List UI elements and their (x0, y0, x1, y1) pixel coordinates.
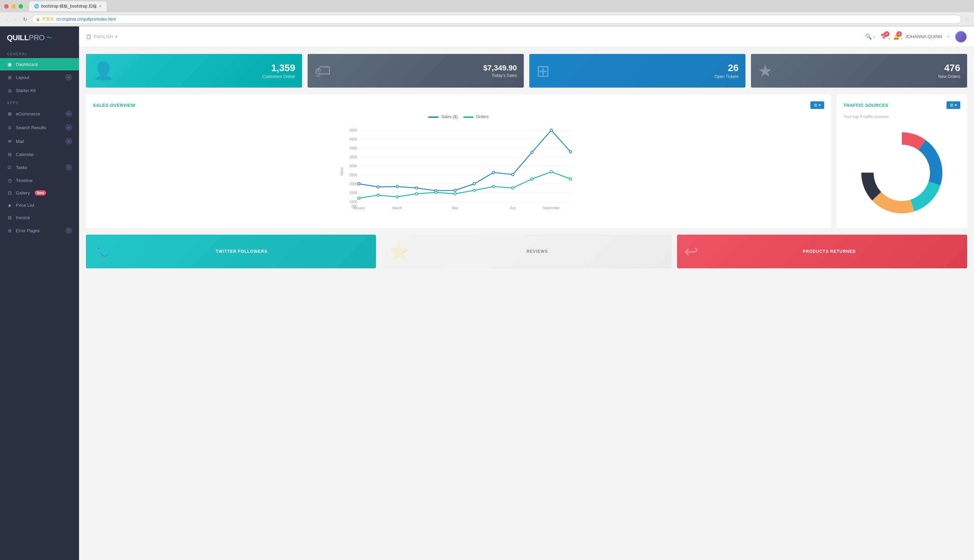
sidebar-label-starter-kit: Starter Kit (16, 88, 36, 93)
tab-favicon: 🌐 (34, 4, 39, 8)
sidebar-item-left: ⊘ Error Pages (7, 228, 40, 233)
calendar-button[interactable]: 📅 6 ▾ (881, 33, 887, 40)
back-button[interactable]: ‹ (4, 15, 10, 23)
reload-button[interactable]: ↻ (21, 15, 29, 23)
sidebar-item-error-pages[interactable]: ⊘ Error Pages + (0, 224, 79, 237)
svg-point-31 (358, 197, 360, 200)
minimize-dot[interactable] (11, 4, 16, 8)
customers-label: Customers Online (262, 74, 295, 79)
tab-close-button[interactable]: ✕ (98, 4, 102, 8)
chart-menu-dropdown-icon: ▾ (819, 103, 821, 108)
legend-orders: Orders (463, 114, 489, 119)
sidebar-label-layout: Layout (16, 75, 29, 80)
close-dot[interactable] (4, 4, 8, 8)
traffic-chart-menu-button[interactable]: ⊞ ▾ (947, 102, 960, 109)
products-returned-label: PRODUCTS RETURNED (698, 249, 960, 254)
bottom-card-reviews[interactable]: ⭐ REVIEWS (382, 235, 672, 268)
stat-card-tickets[interactable]: ⊞ 26 Open Tickets (529, 54, 746, 88)
search-results-plus-button[interactable]: + (65, 124, 72, 131)
sidebar-item-tasks[interactable]: ☑ Tasks + (0, 160, 79, 174)
sidebar-label-timeline: Timeline (16, 178, 33, 183)
svg-point-40 (531, 178, 534, 180)
stat-card-sales[interactable]: 🏷 $7,349.90 Today's Sales (308, 54, 524, 88)
svg-point-37 (473, 189, 476, 192)
svg-point-22 (415, 187, 418, 189)
tickets-info: 26 Open Tickets (714, 63, 739, 79)
svg-text:4000: 4000 (350, 147, 357, 150)
stat-cards: 👤 1,359 Customers Online 🏷 $7,349.90 Tod… (86, 54, 967, 88)
customers-icon: 👤 (93, 61, 114, 81)
bookmark-star-icon[interactable]: ☆ (966, 17, 970, 22)
sidebar-item-left: ⊟ Invoice (7, 215, 30, 220)
browser-nav: ‹ › ↻ 🔒 不安全 cn.inspinia.cn/quillpro/inde… (0, 12, 974, 26)
layout-plus-button[interactable]: + (65, 74, 72, 81)
bottom-card-products-returned[interactable]: ↩ PRODUCTS RETURNED (677, 235, 967, 268)
user-avatar[interactable] (955, 30, 967, 43)
svg-text:1000: 1000 (350, 200, 357, 204)
browser-chrome: 🌐 bootstrap 模板_bootstrap 后端 ✕ ‹ › ↻ 🔒 不安… (0, 0, 974, 27)
sidebar-item-left: ⊡ Gallery New (7, 190, 46, 195)
sidebar-item-invoice[interactable]: ⊟ Invoice (0, 211, 79, 224)
notifications-dropdown-icon: ▾ (901, 37, 902, 40)
sidebar-item-left: ☑ Tasks (7, 165, 27, 170)
invoice-icon: ⊟ (7, 215, 12, 220)
products-returned-icon: ↩ (684, 242, 698, 262)
user-name[interactable]: JOHANNA QUINN (905, 34, 942, 39)
sidebar-item-left: ◷ Timeline (7, 178, 33, 183)
sidebar-item-layout[interactable]: ⊞ Layout + (0, 70, 79, 84)
sidebar-logo: QUILLPRO 〜 (0, 27, 79, 48)
svg-text:March: March (392, 206, 402, 210)
svg-point-33 (396, 196, 399, 198)
sidebar-item-gallery[interactable]: ⊡ Gallery New (0, 187, 79, 199)
stat-card-customers[interactable]: 👤 1,359 Customers Online (86, 54, 302, 88)
sidebar-item-starter-kit[interactable]: ◎ Starter Kit (0, 84, 79, 97)
traffic-chart-header: TRAFFIC SOURCES ⊞ ▾ (843, 102, 960, 109)
mail-plus-button[interactable]: + (65, 138, 72, 145)
orders-value: 476 (938, 63, 960, 73)
ecommerce-plus-button[interactable]: + (65, 110, 72, 117)
error-pages-plus-button[interactable]: + (65, 227, 72, 234)
dashboard-icon: ▣ (7, 62, 12, 67)
top-header: 📋 ENGLISH ▾ 🔍 ▾ 📅 6 ▾ 🔔 4 ▾ (79, 27, 974, 47)
notifications-badge: 4 (896, 31, 902, 37)
sales-overview-card: SALES OVERVIEW ⊞ ▾ Sales ($) (86, 95, 831, 228)
traffic-sources-card: TRAFFIC SOURCES ⊞ ▾ Your top 5 traffic s… (837, 95, 967, 228)
search-results-icon: ⊙ (7, 125, 12, 130)
sidebar-item-price-list[interactable]: ◈ Price List (0, 199, 79, 211)
sidebar-label-search-results: Search Results (16, 125, 46, 130)
sidebar-item-calendar[interactable]: ⊟ Calendar (0, 148, 79, 160)
svg-text:5000: 5000 (350, 128, 357, 132)
sidebar-item-ecommerce[interactable]: ⊠ eCommerce + (0, 107, 79, 121)
tasks-plus-button[interactable]: + (65, 164, 72, 171)
maximize-dot[interactable] (18, 4, 23, 8)
sales-chart-header: SALES OVERVIEW ⊞ ▾ (93, 102, 824, 109)
search-button[interactable]: 🔍 ▾ (865, 33, 875, 40)
sales-chart-title: SALES OVERVIEW (93, 103, 135, 108)
sidebar-label-error-pages: Error Pages (16, 228, 40, 233)
sidebar-item-mail[interactable]: ✉ Mail + (0, 134, 79, 148)
browser-tab[interactable]: 🌐 bootstrap 模板_bootstrap 后端 ✕ (29, 2, 107, 11)
address-bar[interactable]: 🔒 不安全 cn.inspinia.cn/quillpro/index.html (32, 15, 961, 24)
forward-button[interactable]: › (13, 15, 18, 23)
stat-card-orders[interactable]: ★ 476 New Orders (751, 54, 967, 88)
sidebar-label-ecommerce: eCommerce (16, 111, 40, 117)
svg-point-30 (569, 151, 572, 153)
sidebar-section-general: GENERAL (0, 48, 79, 58)
security-icon: 🔒 (36, 17, 40, 21)
sidebar-item-search-results[interactable]: ⊙ Search Results + (0, 121, 79, 134)
svg-text:September: September (543, 206, 560, 210)
svg-point-36 (454, 193, 456, 195)
error-pages-icon: ⊘ (7, 228, 12, 233)
bottom-card-twitter[interactable]: 🐦 TWITTER FOLLOWERS (86, 235, 376, 268)
header-language[interactable]: 📋 ENGLISH ▾ (86, 34, 118, 39)
sidebar-item-dashboard[interactable]: ▣ Dashboard (0, 58, 79, 70)
svg-point-34 (415, 193, 418, 195)
sidebar-item-timeline[interactable]: ◷ Timeline (0, 174, 79, 187)
legend-sales: Sales ($) (428, 114, 457, 119)
svg-point-19 (358, 183, 360, 185)
sales-chart-menu-button[interactable]: ⊞ ▾ (811, 102, 824, 109)
language-dropdown-icon: ▾ (115, 34, 118, 39)
svg-point-24 (454, 189, 456, 192)
notifications-button[interactable]: 🔔 4 ▾ (893, 33, 900, 40)
charts-row: SALES OVERVIEW ⊞ ▾ Sales ($) (86, 95, 967, 228)
